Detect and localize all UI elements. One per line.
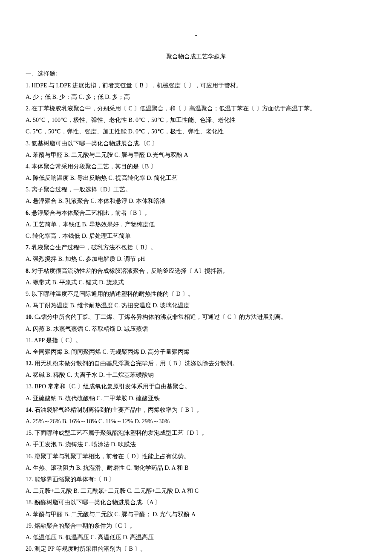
top-dash: - xyxy=(26,30,366,40)
questions-container: 1. HDPE 与 LDPE 进展比拟，前者支链量〔 B 〕，机械强度〔 〕，可… xyxy=(26,80,366,555)
section-header: 一、选择题: xyxy=(26,68,366,79)
question-9: 9. 以下哪种温度不是国际通用的描述塑料的耐热性能的〔 D 〕。 xyxy=(26,289,366,299)
question-2: 2. 在丁苯橡胶乳液聚合中，分别采用〔 C 〕低温聚合，和〔 〕高温聚合；低温丁… xyxy=(26,103,366,114)
question-16: 16. 溶聚丁苯与乳聚丁苯相比，前者在〔 D〕性能上占有优势。 xyxy=(26,451,366,462)
choices-9: A. 马丁耐热温度 B. 维卡耐热温度 C. 热扭变温度 D. 玻璃化温度 xyxy=(26,300,366,311)
question-19: 19. 熔融聚合的聚合中期的条件为〔C 〕。 xyxy=(26,520,366,531)
choices-10: A. 闪蒸 B. 水蒸气蒸馏 C. 萃取精馏 D. 减压蒸馏 xyxy=(26,324,366,334)
choices-6: A. 工艺简单，本钱低 B. 导热效果好，产物纯度低 xyxy=(26,219,366,230)
choices-5: A. 悬浮聚合 B. 乳液聚合 C. 本体和悬浮 D. 本体和溶液 xyxy=(26,196,366,206)
choices-13: A. 亚硫酸钠 B. 硫代硫酸钠 C. 二甲苯胺 D. 硫酸亚铁 xyxy=(26,393,366,404)
question-6: 6. 悬浮聚合与本体聚合工艺相比，前者〔B 〕。 xyxy=(26,208,366,218)
question-11: 11. APP 是指〔 C〕。 xyxy=(26,335,366,346)
question-20: 20. 测定 PP 等规度时所采用的溶剂为〔 B 〕。 xyxy=(26,543,366,554)
question-7: 7. 乳液聚合生产过程中，破乳方法不包括〔 B〕。 xyxy=(26,242,366,253)
choices-7: A. 强烈搅拌 B. 加热 C. 参加电解质 D. 调节 pH xyxy=(26,254,366,264)
choices-12: A. 稀碱 B. 稀酸 C. 去离子水 D. 十二烷基苯磺酸钠 xyxy=(26,370,366,380)
question-12: 12. 用无机粉末做分散剂的自由基悬浮聚合完毕后，用〔 B 〕洗涤以除去分散剂。 xyxy=(26,358,366,369)
question-13: 13. BPO 常常和〔C 〕组成氧化复原引发体系用于自由基聚合。 xyxy=(26,381,366,392)
choices-17: A. 二元胺+二元酸 B. 二元酰氯+二元胺 C. 二元醇+二元酸 D. A 和… xyxy=(26,486,366,496)
question-18: 18. 酚醛树脂可由以下哪一类化合物进展合成.〔A 〕 xyxy=(26,497,366,508)
choices-18: A. 苯酚与甲醛 B. 二元酸与二元胺 C. 脲与甲醛； D. 光气与双酚 A xyxy=(26,509,366,520)
choices-15: A. 手工发泡 B. 浇铸法 C. 喷涂法 D. 吹膜法 xyxy=(26,439,366,450)
choices-11: A. 全同聚丙烯 B. 间同聚丙烯 C. 无规聚丙烯 D. 高分子量聚丙烯 xyxy=(26,347,366,357)
choices-6: C. 转化率高，本钱低 D. 后处理工艺简单 xyxy=(26,231,366,241)
choices-1: A. 少；低 B. 少；高 C. 多；低 D. 多；高 xyxy=(26,92,366,102)
question-8: 8. 对于粘度很高流动性差的合成橡胶溶液聚合，反响釜应选择〔 A〕搅拌器。 xyxy=(26,266,366,276)
question-3: 3. 氨基树脂可由以下哪一类化合物进展合成.〔C 〕 xyxy=(26,138,366,149)
choices-19: A. 低温低压 B. 低温高压 C. 高温低压 D. 高温高压 xyxy=(26,532,366,543)
question-17: 17. 能够界面缩聚的单体有:〔 B 〕 xyxy=(26,474,366,485)
choices-2: A. 50℃，100℃，极性、弹性、老化性 B. 0℃，50℃，加工性能、色泽、… xyxy=(26,115,366,125)
choices-3: A. 苯酚与甲醛 B. 二元酸与二元胺 C. 脲与甲醛 D.光气与双酚 A xyxy=(26,150,366,160)
choices-14: A. 25%～26% B. 16%～18% C. 11%～12% D. 29%～… xyxy=(26,416,366,427)
question-10: 10. C₄馏分中所含的丁烷、丁二烯、丁烯各异构体的沸点非常相近，可通过〔 C … xyxy=(26,312,366,322)
question-15: 15. 下面哪种成型工艺不属于聚氨酯泡沫塑料的发泡成型工艺〔D 〕。 xyxy=(26,428,366,438)
question-5: 5. 离子聚合过程，一般选择〔D〕工艺。 xyxy=(26,184,366,195)
page-title: 聚合物合成工艺学题库 xyxy=(26,51,366,62)
question-1: 1. HDPE 与 LDPE 进展比拟，前者支链量〔 B 〕，机械强度〔 〕，可… xyxy=(26,80,366,91)
choices-4: A. 降低反响温度 B. 导出反响热 C. 提高转化率 D. 简化工艺 xyxy=(26,173,366,183)
question-4: 4. 本体聚合常采用分段聚合工艺，其目的是〔B 〕 xyxy=(26,161,366,172)
choices-8: A. 螺带式 B. 平浆式 C. 锚式 D. 旋浆式 xyxy=(26,277,366,288)
choices-16: A. 生热、滚动阻力 B. 抗湿滑、耐磨性 C. 耐化学药品 D. A 和 B xyxy=(26,462,366,473)
question-14: 14. 石油裂解气经精制别离得到的主要产品中，丙烯收率为〔 B 〕。 xyxy=(26,405,366,415)
choices-2: C. 5℃，50℃，弹性、强度、加工性能 D. 0℃，50℃，极性、弹性、老化性 xyxy=(26,126,366,137)
